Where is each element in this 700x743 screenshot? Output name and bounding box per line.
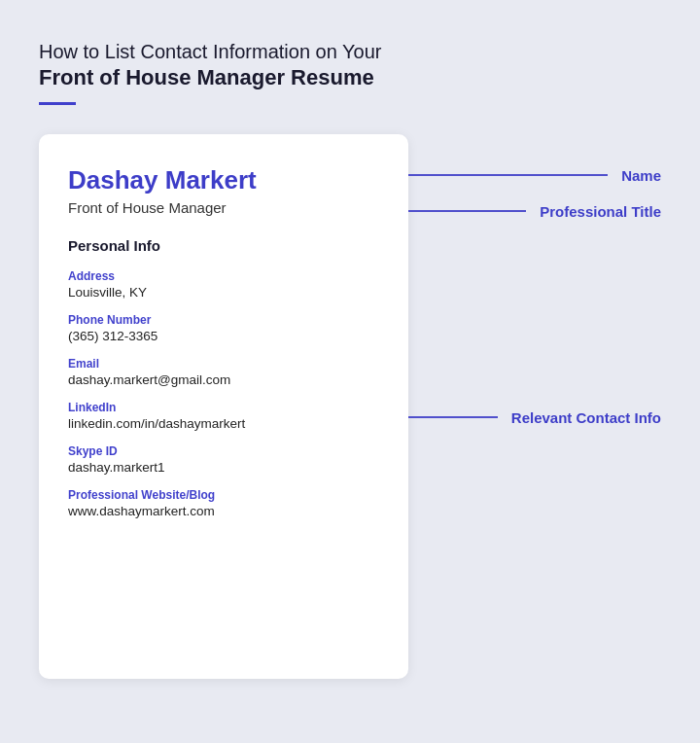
annotation-line-contact bbox=[408, 416, 498, 418]
resume-card: Dashay Markert Front of House Manager Pe… bbox=[39, 134, 408, 679]
annotations-area: Name Professional Title Relevant Contact… bbox=[408, 134, 661, 426]
annotation-label-contact: Relevant Contact Info bbox=[511, 409, 661, 426]
page-wrapper: How to List Contact Information on Your … bbox=[39, 39, 661, 679]
info-label-skype: Skype ID bbox=[68, 444, 379, 458]
info-label-email: Email bbox=[68, 357, 379, 371]
info-block-address: Address Louisville, KY bbox=[68, 269, 379, 300]
page-title: How to List Contact Information on Your … bbox=[39, 39, 661, 92]
annotation-line-prof-title bbox=[408, 210, 526, 212]
info-block-website: Professional Website/Blog www.dashaymark… bbox=[68, 488, 379, 518]
info-value-linkedin: linkedin.com/in/dashaymarkert bbox=[68, 416, 379, 431]
info-value-website: www.dashaymarkert.com bbox=[68, 504, 379, 518]
info-label-address: Address bbox=[68, 269, 379, 283]
info-value-email: dashay.markert@gmail.com bbox=[68, 372, 379, 387]
info-fields: Address Louisville, KY Phone Number (365… bbox=[68, 269, 379, 518]
content-area: Dashay Markert Front of House Manager Pe… bbox=[39, 134, 661, 679]
annotation-line-name bbox=[408, 174, 608, 176]
resume-professional-title: Front of House Manager bbox=[68, 199, 379, 216]
personal-info-heading: Personal Info bbox=[68, 237, 379, 254]
info-block-phone: Phone Number (365) 312-3365 bbox=[68, 313, 379, 343]
info-block-email: Email dashay.markert@gmail.com bbox=[68, 357, 379, 387]
info-value-skype: dashay.markert1 bbox=[68, 460, 379, 475]
annotation-contact-info: Relevant Contact Info bbox=[408, 409, 661, 426]
info-block-linkedin: LinkedIn linkedin.com/in/dashaymarkert bbox=[68, 401, 379, 431]
info-label-phone: Phone Number bbox=[68, 313, 379, 327]
info-label-website: Professional Website/Blog bbox=[68, 488, 379, 502]
title-bold: Front of House Manager Resume bbox=[39, 64, 661, 92]
title-top: How to List Contact Information on Your bbox=[39, 41, 381, 62]
annotation-label-prof-title: Professional Title bbox=[540, 203, 661, 220]
resume-name: Dashay Markert bbox=[68, 165, 379, 195]
info-value-phone: (365) 312-3365 bbox=[68, 329, 379, 343]
info-block-skype: Skype ID dashay.markert1 bbox=[68, 444, 379, 475]
annotation-name: Name bbox=[408, 167, 661, 184]
title-underline bbox=[39, 102, 76, 105]
annotation-professional-title: Professional Title bbox=[408, 203, 661, 220]
info-value-address: Louisville, KY bbox=[68, 285, 379, 300]
annotation-label-name: Name bbox=[621, 167, 661, 184]
info-label-linkedin: LinkedIn bbox=[68, 401, 379, 414]
